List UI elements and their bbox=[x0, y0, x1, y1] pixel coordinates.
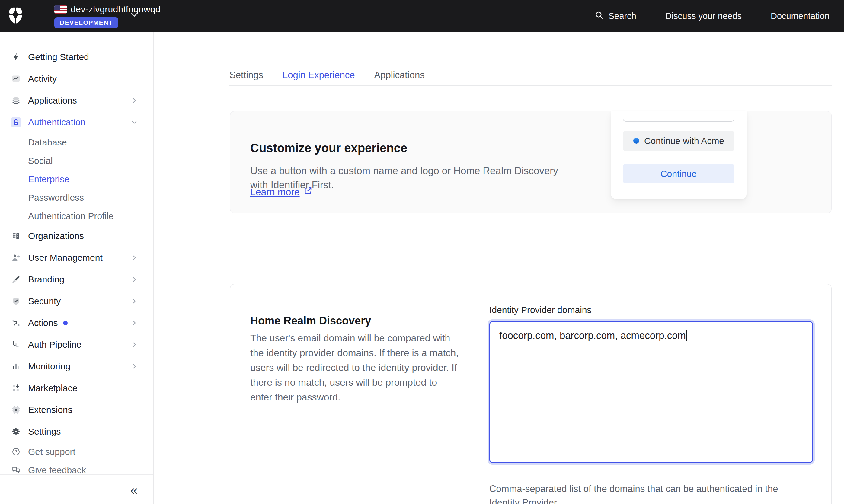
idp-domains-value: foocorp.com, barcorp.com, acmecorp.com bbox=[499, 330, 686, 341]
sidebar-item-label: Social bbox=[28, 156, 53, 166]
sidebar-item-security[interactable]: Security bbox=[0, 290, 153, 312]
sidebar-item-marketplace[interactable]: Marketplace bbox=[0, 377, 153, 399]
sidebar-item-passwordless[interactable]: Passwordless bbox=[0, 188, 153, 207]
sidebar-item-auth-pipeline[interactable]: Auth Pipeline bbox=[0, 334, 153, 356]
chevron-right-icon bbox=[130, 362, 138, 370]
idp-domains-helper: Comma-separated list of the domains that… bbox=[489, 482, 808, 504]
topbar-nav: SearchDiscuss your needsDocumentation bbox=[595, 0, 829, 32]
sidebar-item-getting-started[interactable]: Getting Started bbox=[0, 46, 153, 68]
sidebar-item-user-management[interactable]: User Management bbox=[0, 247, 153, 269]
sidebar-item-label: Passwordless bbox=[28, 193, 84, 203]
sidebar-item-database[interactable]: Database bbox=[0, 133, 153, 151]
main-content: SettingsLogin ExperienceApplications Cus… bbox=[155, 32, 844, 504]
svg-text:?: ? bbox=[15, 449, 17, 454]
user-gear-icon bbox=[11, 253, 21, 263]
topnav-discuss[interactable]: Discuss your needs bbox=[665, 11, 742, 21]
auth0-dashboard: dev-zlvgrudhtfnqnwqd DEVELOPMENT SearchD… bbox=[0, 0, 844, 504]
environment-badge: DEVELOPMENT bbox=[54, 17, 118, 29]
new-feature-dot bbox=[63, 321, 68, 325]
gear-icon bbox=[11, 427, 21, 437]
pipeline-icon bbox=[11, 340, 21, 350]
sidebar-item-get-support[interactable]: ?Get support bbox=[0, 443, 153, 461]
sidebar-item-monitoring[interactable]: Monitoring bbox=[0, 356, 153, 377]
tab-settings[interactable]: Settings bbox=[229, 64, 263, 86]
sidebar-item-organizations[interactable]: Organizations bbox=[0, 225, 153, 247]
topnav-documentation[interactable]: Documentation bbox=[771, 11, 829, 21]
connection-tabs: SettingsLogin ExperienceApplications bbox=[229, 64, 425, 86]
chevron-down-icon[interactable] bbox=[130, 12, 138, 19]
sidebar-item-label: Auth Pipeline bbox=[28, 340, 82, 350]
sidebar-item-applications[interactable]: Applications bbox=[0, 90, 153, 111]
feedback-icon bbox=[11, 465, 21, 475]
auth0-logo-icon bbox=[7, 6, 23, 25]
continue-button-label: Continue bbox=[661, 169, 697, 179]
topbar-divider bbox=[36, 9, 36, 23]
chevron-right-icon bbox=[130, 254, 138, 262]
text-cursor bbox=[686, 330, 687, 341]
home-realm-title: Home Realm Discovery bbox=[250, 314, 371, 327]
sidebar-item-label: Settings bbox=[28, 427, 61, 437]
learn-more-label: Learn more bbox=[250, 186, 300, 198]
tenant-switcher[interactable]: dev-zlvgrudhtfnqnwqd DEVELOPMENT bbox=[54, 4, 161, 29]
continue-button[interactable]: Continue bbox=[623, 164, 734, 183]
search-icon bbox=[595, 11, 604, 22]
chevron-down-icon bbox=[130, 118, 138, 126]
sidebar-item-extensions[interactable]: Extensions bbox=[0, 399, 153, 421]
idp-login-button-label: Continue with Acme bbox=[644, 136, 724, 146]
customize-experience-card: Customize your experience Use a button w… bbox=[230, 111, 832, 213]
topnav-search[interactable]: Search bbox=[595, 11, 636, 22]
us-flag-icon bbox=[54, 5, 67, 14]
chevron-right-icon bbox=[130, 341, 138, 348]
tenant-name: dev-zlvgrudhtfnqnwqd bbox=[71, 4, 161, 15]
sidebar-item-branding[interactable]: Branding bbox=[0, 269, 153, 290]
tab-login-experience[interactable]: Login Experience bbox=[283, 64, 355, 86]
collapse-sidebar-button[interactable]: « bbox=[130, 484, 138, 497]
chip-icon bbox=[11, 405, 21, 415]
sidebar-item-authentication-profile[interactable]: Authentication Profile bbox=[0, 207, 153, 225]
bar-chart-icon bbox=[11, 361, 21, 372]
idp-domains-textarea[interactable]: foocorp.com, barcorp.com, acmecorp.com bbox=[489, 321, 813, 463]
sidebar-item-label: Database bbox=[28, 137, 67, 148]
paintbrush-icon bbox=[11, 274, 21, 285]
sidebar-item-actions[interactable]: Actions bbox=[0, 312, 153, 334]
acme-logo-icon bbox=[633, 136, 640, 146]
login-preview-panel: Continue with Acme Continue bbox=[611, 111, 747, 199]
sidebar-item-label: Branding bbox=[28, 274, 64, 285]
sidebar-item-authentication[interactable]: Authentication bbox=[0, 111, 153, 133]
help-icon: ? bbox=[11, 447, 21, 457]
sidebar-item-activity[interactable]: Activity bbox=[0, 68, 153, 90]
sidebar-item-label: Give feedback bbox=[28, 465, 86, 475]
shield-check-icon bbox=[11, 296, 21, 306]
home-realm-discovery-card: Home Realm Discovery The user's email do… bbox=[230, 284, 832, 504]
sidebar-item-label: Organizations bbox=[28, 231, 84, 241]
sidebar-item-label: Actions bbox=[28, 318, 58, 328]
chevron-right-icon bbox=[130, 319, 138, 327]
sidebar-item-enterprise[interactable]: Enterprise bbox=[0, 170, 153, 188]
sidebar-nav: Getting StartedActivityApplicationsAuthe… bbox=[0, 32, 153, 479]
topnav-label: Search bbox=[609, 11, 636, 21]
topnav-label: Discuss your needs bbox=[665, 11, 742, 21]
idp-domains-label: Identity Provider domains bbox=[489, 305, 592, 315]
layers-icon bbox=[11, 95, 21, 106]
idp-login-button[interactable]: Continue with Acme bbox=[623, 131, 734, 151]
sidebar-item-label: Getting Started bbox=[28, 52, 89, 62]
chevron-right-icon bbox=[130, 297, 138, 305]
sidebar-item-label: User Management bbox=[28, 253, 103, 263]
chevron-right-icon bbox=[130, 96, 138, 104]
chevron-right-icon bbox=[130, 275, 138, 283]
sidebar: Getting StartedActivityApplicationsAuthe… bbox=[0, 32, 154, 504]
sidebar-item-label: Authentication bbox=[28, 117, 86, 127]
customize-card-title: Customize your experience bbox=[250, 141, 407, 155]
sidebar-item-label: Applications bbox=[28, 95, 77, 106]
organization-icon bbox=[11, 231, 21, 241]
activity-icon bbox=[11, 74, 21, 84]
sidebar-item-social[interactable]: Social bbox=[0, 151, 153, 170]
tab-applications[interactable]: Applications bbox=[374, 64, 425, 86]
identifier-input[interactable] bbox=[623, 111, 734, 122]
sidebar-item-label: Get support bbox=[28, 447, 75, 457]
learn-more-link[interactable]: Learn more bbox=[250, 186, 312, 198]
sidebar-item-label: Authentication Profile bbox=[28, 211, 114, 221]
sidebar-item-label: Activity bbox=[28, 74, 57, 84]
external-link-icon bbox=[303, 186, 312, 198]
sidebar-item-settings[interactable]: Settings bbox=[0, 421, 153, 443]
